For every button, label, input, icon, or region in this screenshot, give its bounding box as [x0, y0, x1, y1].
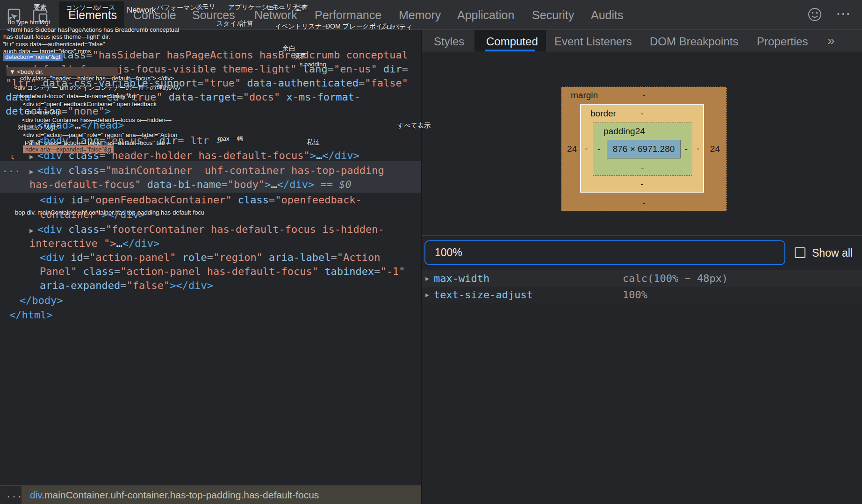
overlay-annotation: t; — [11, 153, 14, 160]
overlay-annotation: detection="none"&gt — [3, 53, 63, 61]
dom-tree-line[interactable]: ▶<head>…</head> — [29, 118, 124, 133]
expand-arrow-icon[interactable]: ▶ — [425, 287, 429, 303]
panel-divider[interactable] — [421, 30, 422, 504]
expand-arrow-icon[interactable]: ▼ — [29, 137, 34, 146]
breadcrumb-tag: div — [30, 490, 42, 500]
expand-arrow-icon[interactable]: ▶ — [425, 270, 429, 287]
padding-left-value[interactable]: - — [597, 144, 600, 154]
padding-label: padding — [603, 126, 635, 136]
padding-bottom-value[interactable]: - — [593, 163, 692, 173]
expand-arrow-icon[interactable]: ▶ — [29, 226, 34, 235]
tab-elements[interactable]: Elements — [68, 8, 117, 22]
device-toolbar-icon[interactable] — [33, 9, 49, 22]
dom-tree-line[interactable]: container"></div> — [40, 208, 145, 222]
tab-network[interactable]: Network — [254, 8, 297, 22]
dom-tree-line[interactable]: detection="none"> — [6, 104, 111, 118]
property-value: 100% — [623, 287, 647, 303]
tab-computed[interactable]: Computed — [486, 35, 538, 48]
overlay-annotation: "lt r" cuss data—authenticated="false" — [3, 41, 105, 48]
border-left-value[interactable]: - — [585, 144, 588, 154]
dom-tree-line[interactable]: has-default-focus" data-bi-name="body">…… — [29, 178, 352, 192]
margin-top-value[interactable]: - — [561, 90, 726, 101]
tab-audits[interactable]: Audits — [591, 8, 623, 22]
property-value: calc(100% − 48px) — [623, 270, 728, 287]
breadcrumb-overflow-dots[interactable]: ... — [6, 489, 22, 500]
overlay-annotation: すべて表示 — [397, 122, 431, 130]
padding-top-value[interactable]: 24 — [635, 126, 645, 136]
border-top-value[interactable]: - — [581, 108, 703, 119]
dom-tree-line[interactable]: ▼<body lang="en-us"dir=ltr> — [29, 134, 223, 149]
dom-tree-line[interactable]: data-ed="true" data-target="docs" x-ms-f… — [6, 90, 360, 104]
box-model-border[interactable]: border - - - - padding24 - - - 876 × 697… — [580, 104, 704, 193]
devtools-toolbar: ElementsConsoleSourcesNetworkPerformance… — [0, 0, 862, 30]
property-name: max-width — [434, 270, 489, 287]
overlay-annotation: has-default-focus jess theme—light" dir. — [3, 33, 110, 40]
dom-tree-line[interactable]: </body> — [20, 294, 63, 308]
dom-tree-line[interactable]: Panel" class="action-panel has-default-f… — [40, 265, 405, 279]
dom-tree-line[interactable]: ▶<div class="mainContainer uhf-container… — [29, 164, 384, 179]
tab-overflow-chevron-icon[interactable]: » — [827, 33, 835, 48]
dom-tree-line[interactable]: interactive ">…</div> — [29, 237, 159, 251]
dom-tree-line[interactable]: class="hasSidebar hasPageActions hasBrea… — [55, 48, 408, 62]
box-model-content[interactable]: 876 × 6971.280 — [607, 140, 681, 158]
breadcrumb-bar: ... div.mainContainer.uhf-container.has-… — [0, 485, 421, 504]
computed-property-row[interactable]: ▶text-size-adjust100% — [422, 287, 862, 303]
dom-tree-line[interactable]: ▶<div class="footerContainer has-default… — [29, 223, 384, 238]
more-options-icon[interactable]: ⋯ — [836, 5, 851, 22]
dom-tree-line[interactable]: <div id="action-panel" role="region" ari… — [40, 251, 381, 265]
tab-application[interactable]: Application — [457, 8, 514, 22]
dom-tree-line[interactable]: "ltr" data-css-variable-support="true" d… — [6, 76, 408, 90]
tab-security[interactable]: Security — [532, 8, 574, 22]
tab-styles[interactable]: Styles — [434, 35, 464, 48]
breadcrumb-classes: .mainContainer.uhf-container.has-top-pad… — [42, 490, 319, 500]
dom-tree-line[interactable]: aria-expanded="false"></div> — [40, 279, 213, 293]
computed-property-row[interactable]: ▶max-widthcalc(100% − 48px) — [422, 270, 862, 287]
padding-right-value[interactable]: - — [685, 144, 688, 154]
box-model-margin[interactable]: margin - - 24 24 border - - - - padding2… — [561, 86, 727, 211]
margin-right-value[interactable]: 24 — [710, 144, 720, 154]
property-name: text-size-adjust — [434, 287, 533, 303]
border-bottom-value[interactable]: - — [581, 179, 703, 189]
tab-performance[interactable]: Performance — [315, 8, 381, 22]
feedback-smiley-icon[interactable] — [807, 7, 822, 22]
tab-sources[interactable]: Sources — [192, 8, 235, 22]
margin-left-value[interactable]: 24 — [567, 144, 577, 154]
tab-console[interactable]: Console — [133, 8, 176, 22]
section-divider — [422, 235, 862, 236]
show-all-checkbox[interactable] — [795, 247, 805, 258]
tab-dom-breakpoints[interactable]: DOM Breakpoints — [650, 35, 738, 48]
overlay-annotation: 私達 — [307, 138, 320, 147]
show-all-label: Show all — [812, 247, 853, 259]
expand-arrow-icon[interactable]: ▶ — [29, 167, 34, 176]
tab-event-listeners[interactable]: Event Listeners — [554, 35, 632, 48]
sidebar-tab-bar: StylesComputedEvent ListenersDOM Breakpo… — [422, 30, 862, 51]
inspect-element-icon[interactable] — [7, 7, 22, 22]
computed-filter-input[interactable] — [424, 240, 785, 265]
expand-arrow-icon[interactable]: ▶ — [29, 122, 34, 130]
dom-tree-line[interactable]: ▶<div class="header-holder has-default-f… — [29, 149, 359, 164]
margin-bottom-value[interactable]: - — [561, 198, 726, 209]
tab-memory[interactable]: Memory — [399, 8, 441, 22]
border-right-value[interactable]: - — [697, 144, 699, 154]
breadcrumb-item[interactable]: div.mainContainer.uhf-container.has-top-… — [22, 486, 421, 504]
tab-properties[interactable]: Properties — [757, 35, 808, 48]
dom-tree-line[interactable]: </html> — [9, 308, 53, 322]
dom-tree-line[interactable]: has-default-focus js-focus-visible theme… — [6, 62, 408, 76]
box-model-padding[interactable]: padding24 - - - 876 × 6971.280 — [593, 122, 692, 176]
dom-tree-line[interactable]: <div id="openFeedbackContainer" class="o… — [40, 193, 362, 207]
expand-arrow-icon[interactable]: ▶ — [29, 152, 34, 161]
active-tab-underline — [485, 50, 535, 51]
